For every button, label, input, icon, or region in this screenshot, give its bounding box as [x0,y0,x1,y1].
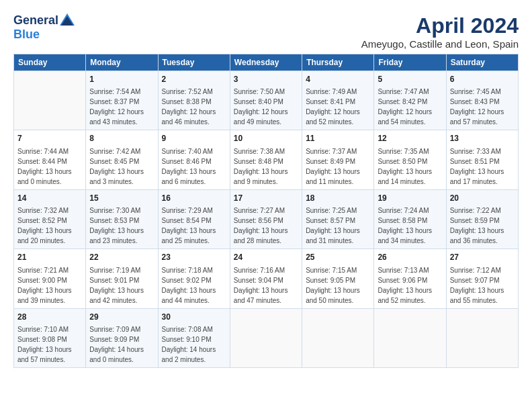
day-info: Sunrise: 7:42 AM Sunset: 8:45 PM Dayligh… [89,146,154,187]
cell-week3-day4: 18Sunrise: 7:25 AM Sunset: 8:57 PM Dayli… [302,189,374,248]
cell-week2-day1: 8Sunrise: 7:42 AM Sunset: 8:45 PM Daylig… [86,130,158,189]
cell-week4-day2: 23Sunrise: 7:18 AM Sunset: 9:02 PM Dayli… [158,249,230,308]
calendar-header: SundayMondayTuesdayWednesdayThursdayFrid… [14,54,519,71]
cell-week2-day4: 11Sunrise: 7:37 AM Sunset: 8:49 PM Dayli… [302,130,374,189]
day-number: 4 [306,74,370,85]
day-number: 24 [234,252,298,263]
day-number: 20 [450,193,515,204]
day-number: 5 [378,74,442,85]
cell-week4-day3: 24Sunrise: 7:16 AM Sunset: 9:04 PM Dayli… [230,249,302,308]
cell-week4-day6: 27Sunrise: 7:12 AM Sunset: 9:07 PM Dayli… [446,249,518,308]
days-header-row: SundayMondayTuesdayWednesdayThursdayFrid… [14,54,519,71]
cell-week5-day2: 30Sunrise: 7:08 AM Sunset: 9:10 PM Dayli… [158,308,230,367]
day-info: Sunrise: 7:44 AM Sunset: 8:44 PM Dayligh… [17,146,82,187]
day-info: Sunrise: 7:32 AM Sunset: 8:52 PM Dayligh… [17,205,82,246]
day-info: Sunrise: 7:19 AM Sunset: 9:01 PM Dayligh… [89,265,154,306]
header-tuesday: Tuesday [158,54,230,71]
day-number: 22 [89,252,154,263]
week-row-1: 1Sunrise: 7:54 AM Sunset: 8:37 PM Daylig… [14,71,519,130]
day-number: 1 [89,74,154,85]
day-number: 7 [17,133,82,144]
day-number: 26 [378,252,442,263]
day-info: Sunrise: 7:35 AM Sunset: 8:50 PM Dayligh… [378,146,442,187]
day-number: 29 [89,312,154,323]
cell-week5-day1: 29Sunrise: 7:09 AM Sunset: 9:09 PM Dayli… [86,308,158,367]
calendar-body: 1Sunrise: 7:54 AM Sunset: 8:37 PM Daylig… [14,71,519,368]
cell-week3-day1: 15Sunrise: 7:30 AM Sunset: 8:53 PM Dayli… [86,189,158,248]
week-row-4: 21Sunrise: 7:21 AM Sunset: 9:00 PM Dayli… [14,249,519,308]
header-thursday: Thursday [302,54,374,71]
location-title: Ameyugo, Castille and Leon, Spain [361,38,519,50]
day-number: 9 [162,133,226,144]
month-title: April 2024 [361,13,519,38]
cell-week1-day5: 5Sunrise: 7:47 AM Sunset: 8:42 PM Daylig… [374,71,446,130]
day-info: Sunrise: 7:25 AM Sunset: 8:57 PM Dayligh… [306,205,370,246]
day-info: Sunrise: 7:38 AM Sunset: 8:48 PM Dayligh… [234,146,298,187]
day-info: Sunrise: 7:50 AM Sunset: 8:40 PM Dayligh… [234,87,298,127]
day-info: Sunrise: 7:24 AM Sunset: 8:58 PM Dayligh… [378,205,442,246]
header-sunday: Sunday [14,54,86,71]
day-info: Sunrise: 7:52 AM Sunset: 8:38 PM Dayligh… [162,87,226,127]
cell-week1-day2: 2Sunrise: 7:52 AM Sunset: 8:38 PM Daylig… [158,71,230,130]
day-info: Sunrise: 7:12 AM Sunset: 9:07 PM Dayligh… [450,265,515,306]
cell-week5-day6 [446,308,518,367]
cell-week5-day5 [374,308,446,367]
day-info: Sunrise: 7:37 AM Sunset: 8:49 PM Dayligh… [306,146,370,187]
cell-week1-day1: 1Sunrise: 7:54 AM Sunset: 8:37 PM Daylig… [86,71,158,130]
cell-week1-day3: 3Sunrise: 7:50 AM Sunset: 8:40 PM Daylig… [230,71,302,130]
week-row-2: 7Sunrise: 7:44 AM Sunset: 8:44 PM Daylig… [14,130,519,189]
day-number: 12 [378,133,442,144]
day-number: 13 [450,133,515,144]
day-number: 21 [17,252,82,263]
cell-week3-day2: 16Sunrise: 7:29 AM Sunset: 8:54 PM Dayli… [158,189,230,248]
cell-week2-day0: 7Sunrise: 7:44 AM Sunset: 8:44 PM Daylig… [14,130,86,189]
day-info: Sunrise: 7:08 AM Sunset: 9:10 PM Dayligh… [162,324,226,365]
day-number: 23 [162,252,226,263]
day-info: Sunrise: 7:18 AM Sunset: 9:02 PM Dayligh… [162,265,226,306]
day-number: 6 [450,74,515,85]
logo-icon [60,13,75,26]
day-info: Sunrise: 7:45 AM Sunset: 8:43 PM Dayligh… [450,87,515,127]
cell-week4-day0: 21Sunrise: 7:21 AM Sunset: 9:00 PM Dayli… [14,249,86,308]
cell-week2-day5: 12Sunrise: 7:35 AM Sunset: 8:50 PM Dayli… [374,130,446,189]
day-number: 2 [162,74,226,85]
cell-week1-day6: 6Sunrise: 7:45 AM Sunset: 8:43 PM Daylig… [446,71,518,130]
header-monday: Monday [86,54,158,71]
cell-week4-day4: 25Sunrise: 7:15 AM Sunset: 9:05 PM Dayli… [302,249,374,308]
day-info: Sunrise: 7:33 AM Sunset: 8:51 PM Dayligh… [450,146,515,187]
day-info: Sunrise: 7:29 AM Sunset: 8:54 PM Dayligh… [162,205,226,246]
day-number: 25 [306,252,370,263]
week-row-5: 28Sunrise: 7:10 AM Sunset: 9:08 PM Dayli… [14,308,519,367]
day-info: Sunrise: 7:21 AM Sunset: 9:00 PM Dayligh… [17,265,82,306]
day-info: Sunrise: 7:54 AM Sunset: 8:37 PM Dayligh… [89,87,154,127]
day-info: Sunrise: 7:16 AM Sunset: 9:04 PM Dayligh… [234,265,298,306]
cell-week5-day4 [302,308,374,367]
logo-general-text: General [13,13,58,28]
day-info: Sunrise: 7:30 AM Sunset: 8:53 PM Dayligh… [89,205,154,246]
day-number: 28 [17,312,82,323]
cell-week2-day3: 10Sunrise: 7:38 AM Sunset: 8:48 PM Dayli… [230,130,302,189]
header-friday: Friday [374,54,446,71]
day-number: 10 [234,133,298,144]
day-info: Sunrise: 7:22 AM Sunset: 8:59 PM Dayligh… [450,205,515,246]
calendar-table: SundayMondayTuesdayWednesdayThursdayFrid… [13,54,519,368]
cell-week4-day1: 22Sunrise: 7:19 AM Sunset: 9:01 PM Dayli… [86,249,158,308]
cell-week3-day5: 19Sunrise: 7:24 AM Sunset: 8:58 PM Dayli… [374,189,446,248]
day-info: Sunrise: 7:15 AM Sunset: 9:05 PM Dayligh… [306,265,370,306]
week-row-3: 14Sunrise: 7:32 AM Sunset: 8:52 PM Dayli… [14,189,519,248]
cell-week2-day2: 9Sunrise: 7:40 AM Sunset: 8:46 PM Daylig… [158,130,230,189]
cell-week1-day0 [14,71,86,130]
page-header: General Blue April 2024 Ameyugo, Castill… [13,13,519,50]
day-number: 11 [306,133,370,144]
cell-week4-day5: 26Sunrise: 7:13 AM Sunset: 9:06 PM Dayli… [374,249,446,308]
cell-week3-day0: 14Sunrise: 7:32 AM Sunset: 8:52 PM Dayli… [14,189,86,248]
logo-blue-text: Blue [13,28,40,42]
day-number: 8 [89,133,154,144]
cell-week3-day3: 17Sunrise: 7:27 AM Sunset: 8:56 PM Dayli… [230,189,302,248]
header-wednesday: Wednesday [230,54,302,71]
cell-week1-day4: 4Sunrise: 7:49 AM Sunset: 8:41 PM Daylig… [302,71,374,130]
day-info: Sunrise: 7:49 AM Sunset: 8:41 PM Dayligh… [306,87,370,127]
day-number: 18 [306,193,370,204]
day-info: Sunrise: 7:09 AM Sunset: 9:09 PM Dayligh… [89,324,154,365]
cell-week5-day3 [230,308,302,367]
